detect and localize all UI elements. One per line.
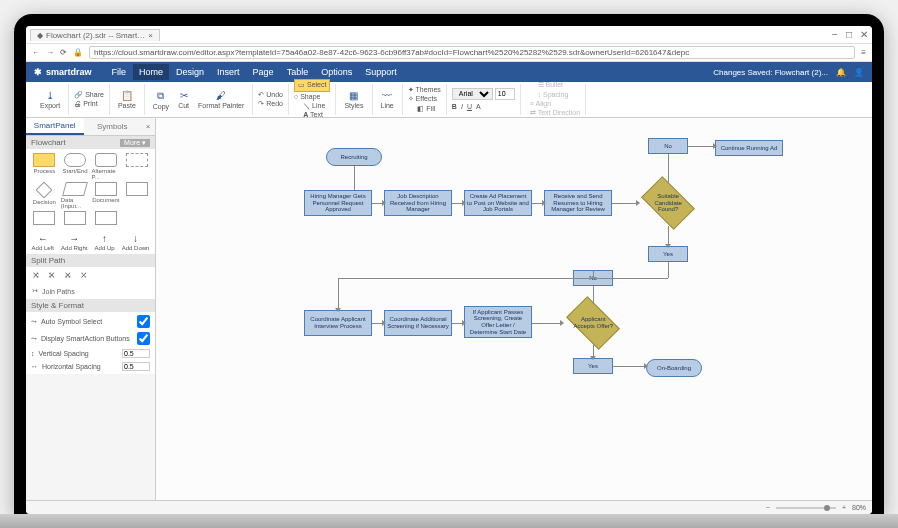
spacing-button[interactable]: ↕ Spacing (538, 91, 569, 99)
hspace-input[interactable] (122, 362, 150, 371)
align-button[interactable]: ≡ Align (530, 100, 580, 108)
shape-alternate[interactable]: Alternate P... (92, 153, 121, 180)
shape-data[interactable]: Data (Input... (61, 182, 90, 209)
node-hiring-manager[interactable]: Hiring Manager Gets Personnel Request Ap… (304, 190, 372, 216)
shape-start-end[interactable]: Start/End (61, 153, 90, 180)
bell-icon[interactable]: 🔔 (836, 68, 846, 77)
select-tool[interactable]: ▭ Select (294, 79, 330, 91)
add-right-button[interactable]: →Add Right (61, 233, 87, 251)
back-icon[interactable]: ← (32, 48, 40, 57)
node-recruiting[interactable]: Recruiting (326, 148, 382, 166)
minimize-button[interactable]: − (832, 29, 838, 40)
shape-blank5[interactable] (92, 211, 121, 226)
undo-button[interactable]: ↶ Undo (258, 91, 283, 99)
tab-smartpanel[interactable]: SmartPanel (26, 118, 84, 135)
node-receive-resumes[interactable]: Receive and Send Resumes to Hiring Manag… (544, 190, 612, 216)
effects-button[interactable]: ✧ Effects (408, 95, 441, 103)
url-input[interactable] (89, 46, 855, 59)
print-button[interactable]: 🖨 Print (74, 100, 104, 108)
menu-icon[interactable]: ≡ (861, 48, 866, 57)
export-button[interactable]: ⤓Export (37, 89, 63, 110)
lock-icon: 🔒 (73, 48, 83, 57)
shape-decision[interactable]: Decision (30, 182, 59, 209)
shape-blank4[interactable] (61, 211, 90, 226)
shape-blank1[interactable] (122, 153, 151, 180)
paste-button[interactable]: 📋Paste (115, 89, 139, 110)
add-down-button[interactable]: ↓Add Down (122, 233, 150, 251)
add-left-button[interactable]: ←Add Left (32, 233, 54, 251)
format-painter-button[interactable]: 🖌Format Painter (195, 89, 247, 110)
split-icon-3[interactable]: ⤩ (64, 270, 72, 280)
zoom-slider[interactable] (776, 507, 836, 509)
menu-insert[interactable]: Insert (211, 64, 246, 80)
smartaction-checkbox[interactable] (137, 332, 150, 345)
split-icon-2[interactable]: ⤪ (48, 270, 56, 280)
join-paths-icon[interactable]: ↣ (32, 287, 38, 295)
node-yes-1[interactable]: Yes (648, 246, 688, 262)
split-icon-4[interactable]: ⤫ (80, 270, 88, 280)
underline-button[interactable]: U (467, 103, 472, 111)
close-panel-icon[interactable]: × (141, 118, 155, 135)
tab-symbols[interactable]: Symbols (84, 118, 142, 135)
menu-file[interactable]: File (106, 64, 133, 80)
node-coordinate-interview[interactable]: Coordinate Applicant Interview Process (304, 310, 372, 336)
shape-blank2[interactable] (122, 182, 151, 209)
forward-icon[interactable]: → (46, 48, 54, 57)
auto-symbol-checkbox[interactable] (137, 315, 150, 328)
shape-tool[interactable]: ○ Shape (294, 93, 330, 101)
zoom-level: 80% (852, 504, 866, 511)
node-onboarding[interactable]: On-Boarding (646, 359, 702, 377)
menu-options[interactable]: Options (315, 64, 358, 80)
cut-button[interactable]: ✂Cut (175, 89, 192, 110)
zoom-out-button[interactable]: − (766, 504, 770, 511)
close-tab-icon[interactable]: × (148, 31, 153, 40)
node-no-1[interactable]: No (648, 138, 688, 154)
user-icon[interactable]: 👤 (854, 68, 864, 77)
font-select[interactable]: Arial (452, 88, 493, 100)
menu-page[interactable]: Page (247, 64, 280, 80)
zoom-in-button[interactable]: + (842, 504, 846, 511)
copy-button[interactable]: ⧉Copy (150, 89, 172, 111)
node-coordinate-screening[interactable]: Coordinate Additional Screening if Neces… (384, 310, 452, 336)
node-accepts-offer[interactable]: Applicant Accepts Offer? (566, 296, 620, 350)
share-button[interactable]: 🔗 Share (74, 91, 104, 99)
node-continue-ad[interactable]: Continue Running Ad (715, 140, 783, 156)
line-style-button[interactable]: 〰Line (378, 89, 397, 110)
node-create-ad[interactable]: Create Ad Placement to Post on Website a… (464, 190, 532, 216)
redo-button[interactable]: ↷ Redo (258, 100, 283, 108)
bullet-button[interactable]: ☰ Bullet (538, 81, 569, 89)
join-paths-label: Join Paths (42, 288, 75, 295)
maximize-button[interactable]: □ (846, 29, 852, 40)
shape-document[interactable]: Document (92, 182, 121, 209)
italic-button[interactable]: I (461, 103, 463, 111)
menu-design[interactable]: Design (170, 64, 210, 80)
node-yes-2[interactable]: Yes (573, 358, 613, 374)
reload-icon[interactable]: ⟳ (60, 48, 67, 57)
menu-table[interactable]: Table (281, 64, 315, 80)
browser-tab[interactable]: ◆ Flowchart (2).sdr -- Smart… × (30, 29, 160, 41)
address-bar: ← → ⟳ 🔒 ≡ (26, 44, 872, 62)
drawing-canvas[interactable]: Recruiting Hiring Manager Gets Personnel… (156, 118, 872, 500)
node-job-description[interactable]: Job Description Received from Hiring Man… (384, 190, 452, 216)
font-size-input[interactable] (495, 88, 515, 100)
line-tool[interactable]: ＼ Line (303, 102, 325, 110)
node-offer-letter[interactable]: If Applicant Passes Screening, Create Of… (464, 306, 532, 338)
ribbon-toolbar: ⤓Export 🔗 Share🖨 Print 📋Paste ⧉Copy✂Cut🖌… (26, 82, 872, 118)
vspace-input[interactable] (122, 349, 150, 358)
split-icon-1[interactable]: ⤨ (32, 270, 40, 280)
close-button[interactable]: ✕ (860, 29, 868, 40)
menu-home[interactable]: Home (133, 64, 169, 80)
themes-button[interactable]: ✦ Themes (408, 86, 441, 94)
fill-button[interactable]: ◧ Fill (417, 105, 435, 113)
shape-process[interactable]: Process (30, 153, 59, 180)
node-suitable-candidate[interactable]: Suitable Candidate Found? (641, 176, 695, 230)
more-shapes-button[interactable]: More ▾ (120, 139, 150, 147)
add-up-button[interactable]: ↑Add Up (95, 233, 115, 251)
font-color-button[interactable]: A (476, 103, 481, 111)
bold-button[interactable]: B (452, 103, 457, 111)
menu-support[interactable]: Support (359, 64, 403, 80)
styles-button[interactable]: ▦Styles (341, 89, 366, 110)
shape-blank3[interactable] (30, 211, 59, 226)
hspace-icon: ↔ (31, 363, 38, 370)
text-direction-button[interactable]: ⇄ Text Direction (530, 109, 580, 117)
